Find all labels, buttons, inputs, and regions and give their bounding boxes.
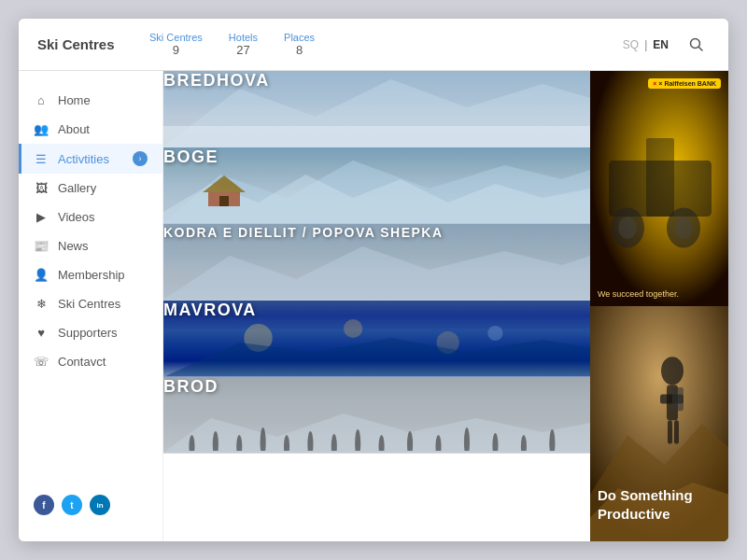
svg-point-21 xyxy=(307,431,313,451)
sidebar-item-videos[interactable]: ▶ Videos xyxy=(19,203,162,231)
svg-point-37 xyxy=(674,217,693,239)
sidebar-item-home[interactable]: ⌂ Home xyxy=(19,86,162,115)
lang-sep: | xyxy=(644,38,647,51)
sidebar-item-home-label: Home xyxy=(58,93,91,107)
membership-icon: 👤 xyxy=(34,268,49,282)
stat-places: Places 8 xyxy=(284,32,315,57)
main-container: Ski Centres Ski Centres 9 Hotels 27 Plac… xyxy=(19,19,728,541)
sidebar-item-gallery[interactable]: 🖼 Gallery xyxy=(19,174,162,203)
ad-top-text: We succeed together. xyxy=(598,289,721,299)
sidebar-item-activities-label: Activtities xyxy=(58,152,109,166)
svg-point-26 xyxy=(435,435,441,451)
stat-hotels: Hotels 27 xyxy=(229,32,258,57)
svg-point-35 xyxy=(618,217,637,239)
sidebar-item-news[interactable]: 📰 News xyxy=(19,231,162,260)
ski-item-kodra-label: KODRA E DIELLIT / POPOVA SHEPKA xyxy=(163,225,444,240)
svg-point-23 xyxy=(355,429,360,451)
stat-ski-centres: Ski Centres 9 xyxy=(149,32,203,57)
video-icon: ▶ xyxy=(34,210,49,224)
svg-marker-9 xyxy=(163,246,590,300)
home-icon: ⌂ xyxy=(34,93,49,107)
ad-top-bg xyxy=(590,71,728,306)
supporters-icon: ♥ xyxy=(34,326,49,340)
header: Ski Centres Ski Centres 9 Hotels 27 Plac… xyxy=(19,19,728,71)
svg-point-22 xyxy=(331,434,337,451)
svg-point-25 xyxy=(407,431,413,451)
svg-point-39 xyxy=(661,357,684,385)
svg-rect-33 xyxy=(646,138,674,217)
boge-cabin xyxy=(201,174,247,206)
sidebar-item-supporters[interactable]: ♥ Supporters xyxy=(19,318,162,347)
linkedin-icon[interactable]: in xyxy=(90,495,110,515)
header-logo: Ski Centres xyxy=(37,36,149,52)
sidebar-item-gallery-label: Gallery xyxy=(58,181,96,195)
ski-item-mavrova-label: MAVROVA xyxy=(163,301,257,319)
sidebar: ⌂ Home 👥 About ☰ Activtities › 🖼 Gallery xyxy=(19,71,163,541)
svg-line-1 xyxy=(699,47,703,50)
twitter-icon[interactable]: t xyxy=(62,495,82,515)
sidebar-item-activities[interactable]: ☰ Activtities › xyxy=(19,144,162,174)
ski-item-brod[interactable]: BROD xyxy=(163,377,590,454)
svg-rect-44 xyxy=(672,387,684,411)
social-icons: f t in xyxy=(19,483,162,526)
body-area: ⌂ Home 👥 About ☰ Activtities › 🖼 Gallery xyxy=(19,71,728,541)
activities-arrow: › xyxy=(133,151,148,166)
stat-hotels-value: 27 xyxy=(236,43,249,57)
svg-point-17 xyxy=(213,431,218,451)
stat-ski-centres-label: Ski Centres xyxy=(149,32,203,43)
svg-rect-43 xyxy=(674,420,679,443)
ski-item-boge[interactable]: BOGE xyxy=(163,147,590,224)
ad-top-badge: × × Raiffeisen BANK xyxy=(648,78,721,89)
header-stats: Ski Centres 9 Hotels 27 Places 8 xyxy=(149,32,623,57)
svg-rect-42 xyxy=(668,420,672,443)
image-icon: 🖼 xyxy=(34,181,49,195)
svg-point-24 xyxy=(379,435,385,451)
svg-point-11 xyxy=(344,319,362,338)
ad-top[interactable]: × × Raiffeisen BANK We succeed together. xyxy=(590,71,728,306)
brod-people xyxy=(163,399,590,451)
lang-en[interactable]: EN xyxy=(653,38,669,51)
sidebar-item-about[interactable]: 👥 About xyxy=(19,115,162,144)
ski-item-bredhova-label: BREDHOVA xyxy=(163,71,270,90)
ad-bottom-text: Do Something Productive xyxy=(598,486,721,523)
search-button[interactable] xyxy=(684,32,710,58)
ski-item-brod-label: BROD xyxy=(163,377,218,396)
svg-point-29 xyxy=(521,435,527,451)
group-icon: 👥 xyxy=(34,122,49,136)
language-switcher: SQ | EN xyxy=(623,38,669,51)
news-icon: 📰 xyxy=(34,239,49,253)
facebook-icon[interactable]: f xyxy=(34,495,54,515)
svg-rect-3 xyxy=(163,126,590,147)
svg-point-27 xyxy=(464,427,470,451)
ads-sidebar: × × Raiffeisen BANK We succeed together. xyxy=(590,71,728,541)
ski-item-boge-label: BOGE xyxy=(163,147,218,166)
content-area: BREDHOVA BOGE xyxy=(163,71,728,541)
svg-point-16 xyxy=(189,435,194,451)
svg-marker-14 xyxy=(163,338,590,377)
svg-marker-6 xyxy=(203,175,246,192)
ski-item-mavrova[interactable]: MAVROVA xyxy=(163,301,590,377)
sidebar-item-videos-label: Videos xyxy=(58,210,95,224)
svg-point-18 xyxy=(236,435,242,451)
sidebar-item-ski-centres[interactable]: ❄ Ski Centres xyxy=(19,289,162,318)
sidebar-item-news-label: News xyxy=(58,239,89,253)
ski-icon: ❄ xyxy=(34,297,49,311)
ski-item-kodra[interactable]: KODRA E DIELLIT / POPOVA SHEPKA xyxy=(163,224,590,301)
sidebar-item-contact-label: Contavct xyxy=(58,355,106,369)
sidebar-item-ski-centres-label: Ski Centres xyxy=(58,297,120,311)
stat-places-value: 8 xyxy=(296,43,303,57)
ski-item-bredhova[interactable]: BREDHOVA xyxy=(163,71,590,147)
sidebar-item-membership-label: Membership xyxy=(58,268,125,282)
phone-icon: ☏ xyxy=(34,355,49,369)
ski-list: BREDHOVA BOGE xyxy=(163,71,590,541)
svg-point-20 xyxy=(284,435,289,451)
svg-point-30 xyxy=(549,429,555,451)
nav-items: ⌂ Home 👥 About ☰ Activtities › 🖼 Gallery xyxy=(19,86,162,483)
sidebar-item-contact[interactable]: ☏ Contavct xyxy=(19,347,162,376)
sidebar-item-supporters-label: Supporters xyxy=(58,326,118,340)
svg-point-19 xyxy=(261,427,266,451)
list-icon: ☰ xyxy=(34,152,49,166)
sidebar-item-membership[interactable]: 👤 Membership xyxy=(19,260,162,289)
ad-bottom[interactable]: Do Something Productive xyxy=(590,306,728,541)
lang-sq[interactable]: SQ xyxy=(623,38,639,51)
